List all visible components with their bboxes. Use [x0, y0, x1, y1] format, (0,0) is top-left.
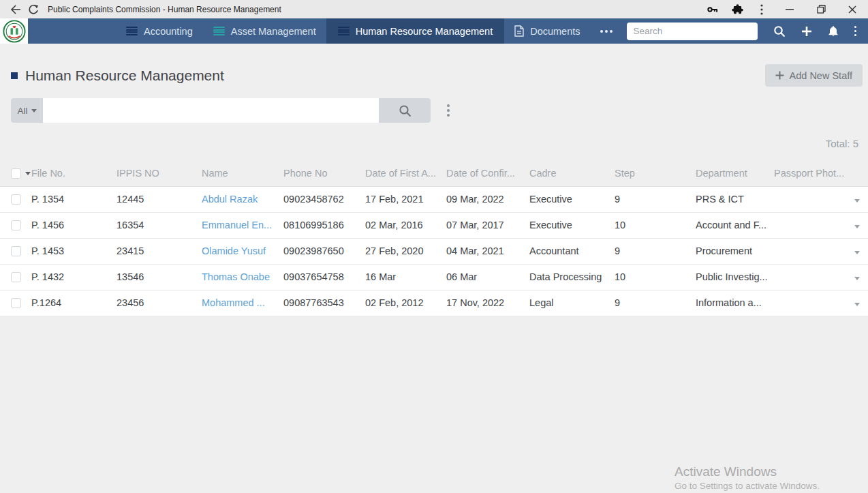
nav-menu: Accounting Asset Management Human Resour…: [116, 18, 622, 44]
row-checkbox[interactable]: [11, 298, 21, 308]
nav-right-tools: [627, 18, 868, 44]
cell-file-no: P. 1354: [31, 186, 117, 212]
col-name: Name: [202, 160, 283, 186]
document-icon: [514, 25, 524, 37]
cell-cadre: Data Processing: [529, 264, 615, 290]
minimize-icon[interactable]: [774, 0, 805, 18]
row-expand-caret-icon[interactable]: [854, 199, 860, 203]
close-icon[interactable]: [837, 0, 868, 18]
nav-item-label: Asset Management: [231, 26, 316, 37]
nav-kebab-icon[interactable]: [854, 26, 857, 37]
cell-cadre: Accountant: [529, 238, 615, 264]
nav-item-accounting[interactable]: Accounting: [116, 18, 203, 44]
row-expand-caret-icon[interactable]: [854, 277, 860, 280]
cell-date-confirm: 04 Mar, 2021: [446, 238, 529, 264]
filter-scope-dropdown[interactable]: All: [11, 98, 43, 123]
cell-step: 9: [615, 186, 696, 212]
app-logo[interactable]: [0, 18, 28, 44]
row-expand-caret-icon[interactable]: [854, 225, 860, 228]
row-expand-caret-icon[interactable]: [854, 251, 860, 254]
cell-step: 9: [615, 238, 696, 264]
select-all-caret-icon[interactable]: [25, 172, 31, 175]
cell-passport-photo: [774, 186, 849, 212]
staff-name-link[interactable]: Olamide Yusuf: [202, 245, 266, 256]
table-row: P. 1432 13546 Thomas Onabe 09037654758 1…: [0, 264, 868, 290]
col-date-confirm: Date of Confir...: [446, 160, 529, 186]
cell-step: 10: [615, 212, 696, 238]
staff-search-button[interactable]: [379, 98, 431, 123]
cell-ippis: 13546: [117, 264, 202, 290]
cell-phone: 09087763543: [283, 290, 365, 316]
key-icon[interactable]: [700, 0, 725, 18]
row-expand-caret-icon[interactable]: [854, 303, 860, 306]
refresh-icon[interactable]: [25, 0, 42, 18]
cell-phone: 09037654758: [283, 264, 365, 290]
cell-department: Information a...: [696, 290, 774, 316]
row-checkbox[interactable]: [11, 272, 21, 282]
cell-date-confirm: 17 Nov, 2022: [446, 290, 529, 316]
staff-search-input[interactable]: [43, 98, 379, 123]
title-bullet-square: [11, 72, 18, 79]
cell-date-first: 02 Feb, 2012: [365, 290, 446, 316]
cell-ippis: 16354: [117, 212, 202, 238]
cell-department: PRS & ICT: [696, 186, 774, 212]
plus-icon: [775, 71, 784, 80]
table-row: P. 1456 16354 Emmanuel En... 08106995186…: [0, 212, 868, 238]
page-header: Human Resource Management Add New Staff: [0, 44, 868, 87]
cell-step: 10: [615, 264, 696, 290]
plus-icon[interactable]: [801, 26, 812, 37]
cell-department: Procurement: [696, 238, 774, 264]
cell-phone: 08106995186: [283, 212, 365, 238]
hamburger-icon: [338, 27, 350, 35]
cell-phone: 09023987650: [283, 238, 365, 264]
bell-icon[interactable]: [828, 25, 839, 37]
cell-file-no: P. 1453: [31, 238, 117, 264]
extensions-puzzle-icon[interactable]: [725, 0, 749, 18]
cell-ippis: 23415: [117, 238, 202, 264]
staff-name-link[interactable]: Thomas Onabe: [202, 271, 270, 282]
hamburger-icon: [126, 27, 138, 35]
cell-cadre: Executive: [529, 186, 615, 212]
table-row: P.1264 23456 Mohammed ... 09087763543 02…: [0, 290, 868, 316]
filter-kebab-icon[interactable]: [447, 104, 450, 117]
select-all-checkbox[interactable]: [11, 168, 21, 179]
col-phone-no: Phone No: [283, 160, 365, 186]
browser-kebab-menu-icon[interactable]: [749, 0, 774, 18]
cell-phone: 09023458762: [283, 186, 365, 212]
add-new-staff-button[interactable]: Add New Staff: [765, 64, 863, 87]
row-checkbox[interactable]: [11, 220, 21, 230]
nav-item-human-resource-management[interactable]: Human Resource Management: [326, 18, 505, 44]
cell-date-confirm: 07 Mar, 2017: [446, 212, 529, 238]
col-passport-photo: Passport Phot...: [774, 160, 849, 186]
restore-icon[interactable]: [805, 0, 837, 18]
filter-scope-label: All: [17, 106, 27, 116]
cell-date-first: 27 Feb, 2020: [365, 238, 446, 264]
search-filter-group: All: [11, 98, 431, 123]
col-file-no: File No.: [31, 160, 117, 186]
cell-department: Account and F...: [696, 212, 774, 238]
col-department: Department: [696, 160, 774, 186]
cell-cadre: Legal: [529, 290, 615, 316]
nav-item-documents[interactable]: Documents: [504, 18, 590, 44]
row-checkbox[interactable]: [11, 246, 21, 256]
row-checkbox[interactable]: [11, 194, 21, 205]
hamburger-icon: [213, 27, 225, 35]
cell-date-first: 17 Feb, 2021: [365, 186, 446, 212]
search-icon[interactable]: [773, 25, 786, 38]
table-row: P. 1453 23415 Olamide Yusuf 09023987650 …: [0, 238, 868, 264]
global-search-input[interactable]: [627, 23, 758, 40]
add-new-staff-label: Add New Staff: [790, 70, 852, 81]
cell-passport-photo: [774, 290, 849, 316]
cell-date-first: 02 Mar, 2016: [365, 212, 446, 238]
filter-bar: All: [11, 98, 868, 123]
staff-name-link[interactable]: Mohammed ...: [202, 297, 265, 308]
cell-file-no: P. 1432: [31, 264, 117, 290]
cell-date-confirm: 09 Mar, 2022: [446, 186, 529, 212]
col-actions: [849, 160, 868, 186]
staff-name-link[interactable]: Emmanuel En...: [202, 220, 272, 230]
nav-more-ellipsis-icon[interactable]: [591, 18, 622, 44]
cell-ippis: 12445: [117, 186, 202, 212]
back-icon[interactable]: [7, 0, 25, 18]
nav-item-asset-management[interactable]: Asset Management: [203, 18, 326, 44]
staff-name-link[interactable]: Abdul Razak: [202, 194, 258, 205]
